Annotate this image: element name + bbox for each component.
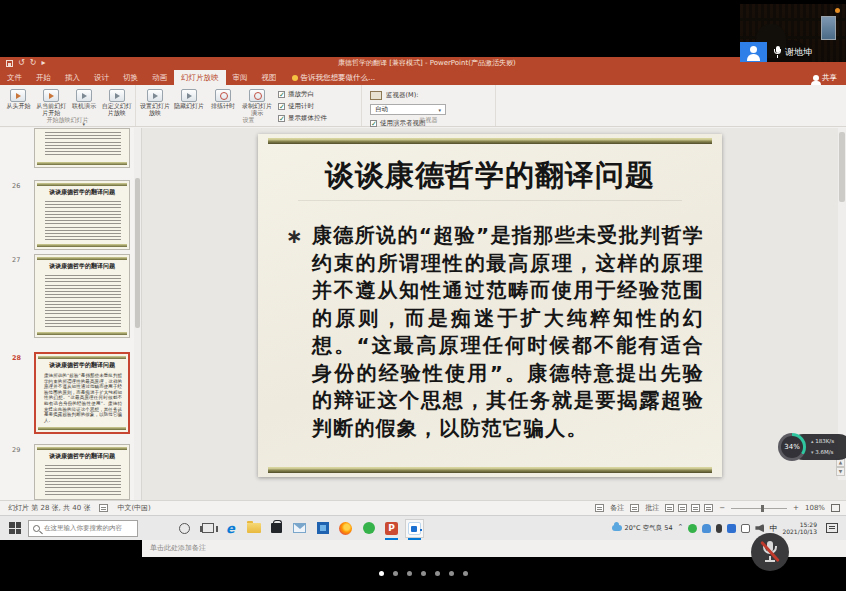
group-label: 设置 xyxy=(136,116,361,125)
custom-show-icon xyxy=(109,89,125,102)
thumbnail-title: 谈谈康德哲学的翻译问题 xyxy=(39,188,125,196)
participant-video-tile[interactable]: 谢地坤 xyxy=(740,4,846,62)
powerpoint-window: ↺ ↻ ▸ 康德哲学的翻译 [兼容模式] - PowerPoint(产品激活失败… xyxy=(0,57,846,515)
slide-title: 谈谈康德哲学的翻译问题 xyxy=(258,156,722,196)
green-app-tray-icon[interactable] xyxy=(688,524,697,533)
dot[interactable] xyxy=(407,571,412,576)
mail-icon[interactable] xyxy=(291,520,308,537)
reading-view-icon[interactable] xyxy=(691,504,700,512)
file-explorer-icon[interactable] xyxy=(245,520,262,537)
slide-accent-band xyxy=(37,332,127,335)
custom-slideshow-button[interactable]: 自定义幻灯片放映 xyxy=(100,87,133,116)
green-app-icon[interactable] xyxy=(360,520,377,537)
save-icon[interactable] xyxy=(6,60,13,67)
language-indicator[interactable]: 中文(中国) xyxy=(117,503,150,513)
monitor-select[interactable]: 自动 xyxy=(370,104,446,115)
volume-tray-icon[interactable] xyxy=(755,524,764,533)
start-slideshow-icon[interactable]: ▸ xyxy=(41,59,45,67)
tab-file[interactable]: 文件 xyxy=(0,70,29,85)
thumbnail-number: 26 xyxy=(12,182,20,190)
zoom-slider[interactable] xyxy=(731,508,787,509)
dot[interactable] xyxy=(393,571,398,576)
weather-widget[interactable]: 20°C 空气良 54 xyxy=(612,524,673,533)
slideshow-view-icon[interactable] xyxy=(704,504,713,512)
input-method-indicator[interactable]: 中 xyxy=(769,523,777,534)
comments-toggle[interactable]: 批注 xyxy=(645,503,659,513)
rehearse-timings-button[interactable]: 排练计时 xyxy=(206,87,240,116)
slide-thumbnail-29[interactable]: 谈谈康德哲学的翻译问题 xyxy=(34,444,130,500)
play-narrations-checkbox[interactable]: 播放旁白 xyxy=(278,90,327,99)
use-timings-checkbox[interactable]: 使用计时 xyxy=(278,102,327,111)
from-current-slide-button[interactable]: 从当前幻灯片开始 xyxy=(35,87,68,116)
store-icon[interactable] xyxy=(268,520,285,537)
photos-app-icon[interactable] xyxy=(314,520,331,537)
share-button[interactable]: 共享 xyxy=(804,70,846,85)
zoom-slider-thumb[interactable] xyxy=(761,505,764,512)
blue-app-tray-icon[interactable] xyxy=(727,524,736,533)
dot[interactable] xyxy=(463,571,468,576)
next-slide-button[interactable]: ▼ xyxy=(836,467,845,476)
slide-sorter-view-icon[interactable] xyxy=(678,504,687,512)
chat-tray-icon[interactable] xyxy=(741,524,750,533)
tab-animations[interactable]: 动画 xyxy=(145,70,174,85)
undo-icon[interactable]: ↺ xyxy=(18,59,25,67)
setup-checkboxes: 播放旁白 使用计时 显示媒体控件 xyxy=(274,87,331,116)
tab-review[interactable]: 审阅 xyxy=(226,70,255,85)
powerpoint-taskbar-icon[interactable]: P xyxy=(383,520,400,537)
zoom-out-button[interactable]: − xyxy=(719,504,725,512)
network-monitor-widget[interactable]: 34% ▴ 183K/s ▾ 3.6M/s xyxy=(778,432,846,462)
dot[interactable] xyxy=(449,571,454,576)
present-online-button[interactable]: 联机演示 xyxy=(68,87,101,116)
start-button[interactable] xyxy=(8,521,22,535)
meeting-app-icon[interactable] xyxy=(406,520,423,537)
redo-icon[interactable]: ↻ xyxy=(30,59,37,67)
setup-slideshow-button[interactable]: 设置幻灯片放映 xyxy=(138,87,172,116)
from-beginning-button[interactable]: 从头开始 xyxy=(2,87,35,116)
speed-rows: ▴ 183K/s ▾ 3.6M/s xyxy=(811,436,834,458)
slide-thumbnail-28-selected[interactable]: 谈谈康德哲学的翻译问题 康德所说的“超验”是指那些未受批判哲学约束的所谓理性的最… xyxy=(34,352,130,434)
zoom-in-button[interactable]: + xyxy=(793,504,799,512)
dot[interactable] xyxy=(435,571,440,576)
taskbar-search-input[interactable]: 在这里输入你要搜索的内容 xyxy=(28,520,138,537)
group-label: 监视器 xyxy=(362,116,495,125)
taskbar-clock[interactable]: 15:292021/10/13 xyxy=(782,521,817,535)
avatar-icon[interactable] xyxy=(740,42,767,62)
normal-view-icon[interactable] xyxy=(665,504,674,512)
current-slide[interactable]: 谈谈康德哲学的翻译问题 ∗康德所说的“超验”是指那些未受批判哲学约束的所谓理性的… xyxy=(258,134,722,477)
fit-to-window-icon[interactable] xyxy=(831,504,840,512)
action-center-icon[interactable] xyxy=(826,523,838,533)
notes-pane[interactable]: 单击此处添加备注 xyxy=(142,538,846,557)
slide-thumbnail-27[interactable]: 谈谈康德哲学的翻译问题 xyxy=(34,254,130,338)
bullet-icon: ∗ xyxy=(286,223,303,251)
tab-view[interactable]: 视图 xyxy=(255,70,284,85)
task-view-icon[interactable] xyxy=(199,520,216,537)
firefox-icon[interactable] xyxy=(337,520,354,537)
mute-microphone-button[interactable] xyxy=(751,533,789,571)
edge-icon[interactable]: e xyxy=(222,520,239,537)
tab-slideshow[interactable]: 幻灯片放映 xyxy=(174,70,226,85)
cloud-tray-icon[interactable] xyxy=(702,524,711,533)
recording-dot-icon xyxy=(835,8,840,13)
thumbnail-scrollbar[interactable] xyxy=(134,128,141,500)
editor-scrollbar[interactable] xyxy=(838,128,846,480)
slide-thumbnail-26[interactable]: 谈谈康德哲学的翻译问题 xyxy=(34,180,130,250)
notes-toggle[interactable]: 备注 xyxy=(610,503,624,513)
slide-counter: 幻灯片 第 28 张, 共 40 张 xyxy=(8,503,90,513)
tell-me-box[interactable]: 告诉我您想要做什么... xyxy=(284,70,384,85)
tab-design[interactable]: 设计 xyxy=(87,70,116,85)
slide-thumbnail-partial[interactable] xyxy=(34,128,130,168)
record-slideshow-button[interactable]: 录制幻灯片演示 xyxy=(240,87,274,116)
dot-active[interactable] xyxy=(379,571,384,576)
zoom-percentage[interactable]: 108% xyxy=(805,504,825,512)
thumbnail-title: 谈谈康德哲学的翻译问题 xyxy=(39,452,125,460)
hide-slide-button[interactable]: 隐藏幻灯片 xyxy=(172,87,206,116)
dot[interactable] xyxy=(421,571,426,576)
carousel-dots[interactable] xyxy=(0,571,846,576)
microphone-tray-icon[interactable] xyxy=(716,524,722,533)
tab-home[interactable]: 开始 xyxy=(29,70,58,85)
cortana-icon[interactable] xyxy=(176,520,193,537)
spell-check-icon[interactable] xyxy=(99,504,108,512)
show-hidden-icons-chevron[interactable]: ⌃ xyxy=(678,523,684,531)
tab-insert[interactable]: 插入 xyxy=(58,70,87,85)
tab-transitions[interactable]: 切换 xyxy=(116,70,145,85)
